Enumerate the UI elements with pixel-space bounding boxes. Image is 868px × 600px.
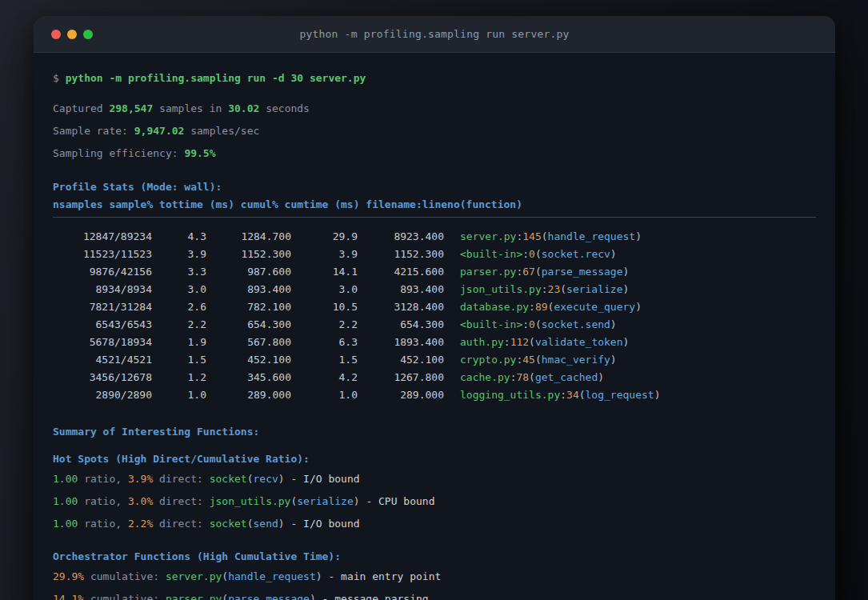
cell-nsamples: 2890/2890 <box>53 386 152 404</box>
function-ref: parser.py(parse_message) <box>166 593 316 600</box>
cell-cumtime: 654.300 <box>358 316 444 334</box>
cell-tottime: 1284.700 <box>206 228 291 246</box>
window-title: python -m profiling.sampling run server.… <box>34 28 835 40</box>
table-row: 12847/892344.31284.70029.98923.400server… <box>53 228 816 246</box>
cell-tottime: 345.600 <box>206 369 291 386</box>
cell-sample-pct: 3.0 <box>152 281 206 298</box>
function-ref: socket(send) <box>210 518 285 530</box>
direct-pct-value: 2.2% <box>128 518 153 530</box>
cell-nsamples: 6543/6543 <box>53 316 152 334</box>
cell-nsamples: 7821/31284 <box>53 298 152 316</box>
close-button[interactable] <box>51 30 61 39</box>
cell-cumtime: 3128.400 <box>358 298 444 316</box>
cell-cumul-pct: 6.3 <box>291 334 358 351</box>
cell-cumul-pct: 29.9 <box>291 228 358 246</box>
cell-nsamples: 9876/42156 <box>53 263 152 281</box>
traffic-lights <box>51 30 93 39</box>
direct-pct-value: 3.9% <box>128 473 153 485</box>
captured-seconds-value: 30.02 <box>228 102 259 114</box>
cumulative-pct-value: 14.1% <box>53 593 84 600</box>
cell-cumtime: 1267.800 <box>358 369 444 386</box>
cell-nsamples: 8934/8934 <box>53 281 152 298</box>
cell-location: logging_utils.py:34(log_request) <box>444 386 660 404</box>
orchestrator-note: - message parsing <box>322 593 429 600</box>
table-row: 8934/89343.0893.4003.0893.400json_utils.… <box>53 281 816 298</box>
cell-location: parser.py:67(parse_message) <box>444 263 629 281</box>
window-titlebar[interactable]: python -m profiling.sampling run server.… <box>34 16 835 53</box>
cell-sample-pct: 2.6 <box>152 298 206 316</box>
cell-nsamples: 12847/89234 <box>53 228 152 246</box>
cell-sample-pct: 3.3 <box>152 263 206 281</box>
cell-cumul-pct: 3.0 <box>291 281 358 298</box>
bound-note: - I/O bound <box>290 473 359 485</box>
cell-sample-pct: 1.0 <box>152 386 206 404</box>
direct-pct-value: 3.0% <box>128 495 153 507</box>
table-row: 2890/28901.0289.0001.0289.000logging_uti… <box>53 386 816 404</box>
profile-stats-title: Profile Stats (Mode: wall): <box>53 180 816 194</box>
captured-samples-value: 298,547 <box>109 102 153 114</box>
captured-label: Captured <box>53 102 103 114</box>
cell-nsamples: 5678/18934 <box>53 334 152 351</box>
cumulative-pct-value: 29.9% <box>53 570 84 582</box>
cell-tottime: 893.400 <box>206 281 291 298</box>
cell-nsamples: 3456/12678 <box>53 369 152 386</box>
captured-unit-label: seconds <box>266 102 310 114</box>
cell-cumtime: 1152.300 <box>358 246 444 263</box>
cell-sample-pct: 3.9 <box>152 246 206 263</box>
cell-sample-pct: 4.3 <box>152 228 206 246</box>
captured-mid-label: samples in <box>159 102 222 114</box>
cell-sample-pct: 1.9 <box>152 334 206 351</box>
profile-stats-table: 12847/892344.31284.70029.98923.400server… <box>53 228 816 404</box>
maximize-button[interactable] <box>83 30 93 39</box>
cell-nsamples: 11523/11523 <box>53 246 152 263</box>
table-divider <box>53 217 816 218</box>
table-row: 4521/45211.5452.1001.5452.100crypto.py:4… <box>53 351 816 369</box>
sampling-efficiency-line: Sampling efficiency: 99.5% <box>53 146 816 161</box>
cell-sample-pct: 2.2 <box>152 316 206 334</box>
bound-note: - I/O bound <box>290 518 359 530</box>
cell-cumul-pct: 10.5 <box>291 298 358 316</box>
sample-rate-value: 9,947.02 <box>134 125 185 137</box>
cell-cumul-pct: 1.0 <box>291 386 358 404</box>
hot-spots-title: Hot Spots (High Direct/Cumulative Ratio)… <box>53 452 816 466</box>
minimize-button[interactable] <box>67 30 77 39</box>
terminal-window: python -m profiling.sampling run server.… <box>34 16 835 600</box>
cell-cumtime: 4215.600 <box>358 263 444 281</box>
cell-location: server.py:145(handle_request) <box>444 228 642 246</box>
cell-location: json_utils.py:23(serialize) <box>444 281 629 298</box>
cell-tottime: 289.000 <box>206 386 291 404</box>
ratio-value: 1.00 <box>53 473 78 485</box>
shell-prompt: $ <box>53 72 59 84</box>
orchestrator-line: 14.1% cumulative: parser.py(parse_messag… <box>53 592 816 600</box>
efficiency-label: Sampling efficiency: <box>53 147 178 159</box>
cell-cumtime: 8923.400 <box>358 228 444 246</box>
captured-samples-line: Captured 298,547 samples in 30.02 second… <box>53 102 816 116</box>
cell-location: auth.py:112(validate_token) <box>444 334 629 351</box>
terminal-output: $ python -m profiling.sampling run -d 30… <box>34 53 835 600</box>
cell-location: database.py:89(execute_query) <box>444 298 642 316</box>
table-row: 7821/312842.6782.10010.53128.400database… <box>53 298 816 316</box>
orchestrator-title: Orchestrator Functions (High Cumulative … <box>53 550 816 564</box>
hot-spot-line: 1.00 ratio, 2.2% direct: socket(send) - … <box>53 517 816 531</box>
cell-tottime: 654.300 <box>206 316 291 334</box>
cell-tottime: 987.600 <box>206 263 291 281</box>
cell-tottime: 452.100 <box>206 351 291 369</box>
function-ref: socket(recv) <box>210 473 285 485</box>
cell-sample-pct: 1.5 <box>152 351 206 369</box>
cell-cumtime: 893.400 <box>358 281 444 298</box>
efficiency-value: 99.5% <box>184 147 215 159</box>
cell-tottime: 782.100 <box>206 298 291 316</box>
sample-rate-label: Sample rate: <box>53 125 128 137</box>
profile-column-header: nsamples sample% tottime (ms) cumul% cum… <box>53 198 816 212</box>
summary-title: Summary of Interesting Functions: <box>53 425 816 439</box>
sample-rate-line: Sample rate: 9,947.02 samples/sec <box>53 124 816 138</box>
command-line: $ python -m profiling.sampling run -d 30… <box>53 71 816 86</box>
hot-spot-line: 1.00 ratio, 3.9% direct: socket(recv) - … <box>53 472 816 486</box>
cell-location: cache.py:78(get_cached) <box>444 369 604 386</box>
orchestrator-note: - main entry point <box>328 570 441 582</box>
cell-location: <built-in>:0(socket.recv) <box>444 246 617 263</box>
cell-cumtime: 1893.400 <box>358 334 444 351</box>
cell-tottime: 567.800 <box>206 334 291 351</box>
bound-note: - CPU bound <box>366 495 434 507</box>
shell-command: python -m profiling.sampling run -d 30 s… <box>66 72 366 84</box>
